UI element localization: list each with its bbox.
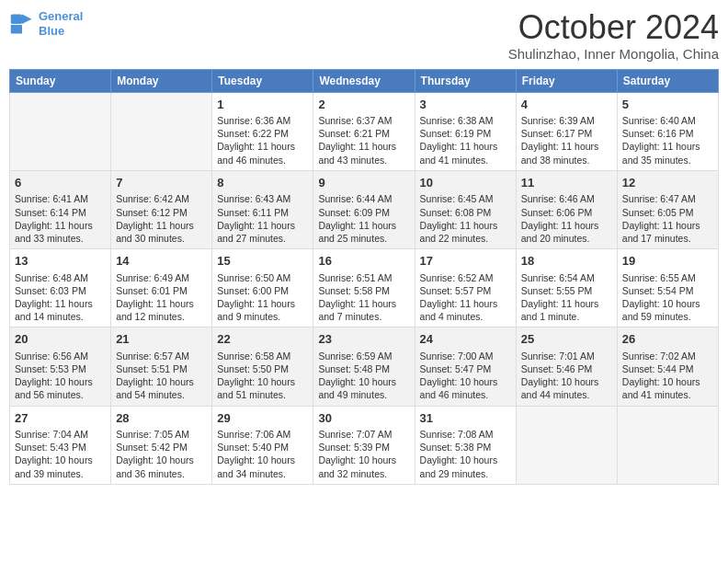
- week-row-3: 13Sunrise: 6:48 AMSunset: 6:03 PMDayligh…: [10, 249, 719, 327]
- header-thursday: Thursday: [415, 69, 516, 92]
- day-number: 16: [318, 253, 409, 270]
- title-area: October 2024 Shulinzhao, Inner Mongolia,…: [508, 9, 719, 62]
- day-number: 25: [521, 331, 612, 348]
- calendar-cell: 8Sunrise: 6:43 AMSunset: 6:11 PMDaylight…: [212, 170, 313, 248]
- week-row-4: 20Sunrise: 6:56 AMSunset: 5:53 PMDayligh…: [10, 327, 719, 406]
- day-info: Sunrise: 7:05 AMSunset: 5:42 PMDaylight:…: [116, 428, 207, 480]
- day-number: 7: [116, 175, 207, 191]
- calendar-cell: [10, 92, 111, 170]
- day-number: 11: [521, 175, 612, 191]
- day-number: 23: [318, 331, 409, 348]
- svg-rect-2: [11, 24, 22, 33]
- calendar-cell: 4Sunrise: 6:39 AMSunset: 6:17 PMDaylight…: [516, 92, 617, 170]
- page-header: General Blue October 2024 Shulinzhao, In…: [9, 9, 719, 62]
- day-info: Sunrise: 7:01 AMSunset: 5:46 PMDaylight:…: [521, 350, 612, 402]
- calendar-cell: 24Sunrise: 7:00 AMSunset: 5:47 PMDayligh…: [415, 327, 516, 406]
- day-info: Sunrise: 6:38 AMSunset: 6:19 PMDaylight:…: [420, 114, 511, 167]
- header-saturday: Saturday: [617, 69, 718, 92]
- calendar-cell: 13Sunrise: 6:48 AMSunset: 6:03 PMDayligh…: [10, 249, 111, 327]
- header-wednesday: Wednesday: [313, 69, 415, 92]
- calendar-cell: [111, 92, 212, 170]
- calendar-cell: 28Sunrise: 7:05 AMSunset: 5:42 PMDayligh…: [111, 406, 212, 484]
- week-row-1: 1Sunrise: 6:36 AMSunset: 6:22 PMDaylight…: [10, 92, 719, 170]
- day-number: 22: [217, 331, 308, 348]
- calendar-cell: [617, 406, 718, 484]
- calendar-cell: 26Sunrise: 7:02 AMSunset: 5:44 PMDayligh…: [617, 327, 718, 406]
- location-subtitle: Shulinzhao, Inner Mongolia, China: [508, 46, 719, 62]
- header-sunday: Sunday: [10, 69, 111, 92]
- day-info: Sunrise: 6:58 AMSunset: 5:50 PMDaylight:…: [217, 350, 308, 402]
- calendar-cell: 1Sunrise: 6:36 AMSunset: 6:22 PMDaylight…: [212, 92, 313, 170]
- calendar-cell: 30Sunrise: 7:07 AMSunset: 5:39 PMDayligh…: [313, 406, 415, 484]
- calendar-cell: 14Sunrise: 6:49 AMSunset: 6:01 PMDayligh…: [111, 249, 212, 327]
- header-tuesday: Tuesday: [212, 69, 313, 92]
- day-info: Sunrise: 6:45 AMSunset: 6:08 PMDaylight:…: [420, 192, 511, 245]
- day-info: Sunrise: 6:48 AMSunset: 6:03 PMDaylight:…: [15, 271, 106, 324]
- svg-rect-0: [11, 14, 22, 24]
- day-number: 15: [217, 253, 308, 270]
- day-info: Sunrise: 6:59 AMSunset: 5:48 PMDaylight:…: [318, 350, 409, 402]
- svg-marker-1: [22, 14, 32, 24]
- calendar-cell: 2Sunrise: 6:37 AMSunset: 6:21 PMDaylight…: [313, 92, 415, 170]
- week-row-2: 6Sunrise: 6:41 AMSunset: 6:14 PMDaylight…: [10, 170, 719, 248]
- calendar-cell: 10Sunrise: 6:45 AMSunset: 6:08 PMDayligh…: [415, 170, 516, 248]
- month-year-title: October 2024: [508, 9, 719, 46]
- calendar-cell: 5Sunrise: 6:40 AMSunset: 6:16 PMDaylight…: [617, 92, 718, 170]
- day-number: 20: [15, 331, 106, 348]
- day-info: Sunrise: 7:00 AMSunset: 5:47 PMDaylight:…: [420, 350, 511, 402]
- calendar-cell: 25Sunrise: 7:01 AMSunset: 5:46 PMDayligh…: [516, 327, 617, 406]
- calendar-cell: 17Sunrise: 6:52 AMSunset: 5:57 PMDayligh…: [415, 249, 516, 327]
- day-info: Sunrise: 6:49 AMSunset: 6:01 PMDaylight:…: [116, 271, 207, 324]
- calendar-cell: 20Sunrise: 6:56 AMSunset: 5:53 PMDayligh…: [10, 327, 111, 406]
- day-number: 26: [622, 331, 713, 348]
- day-number: 9: [318, 175, 409, 191]
- day-info: Sunrise: 6:51 AMSunset: 5:58 PMDaylight:…: [318, 271, 409, 324]
- calendar-table: SundayMondayTuesdayWednesdayThursdayFrid…: [9, 69, 719, 485]
- day-number: 17: [420, 253, 511, 270]
- day-info: Sunrise: 6:37 AMSunset: 6:21 PMDaylight:…: [318, 114, 409, 167]
- day-info: Sunrise: 6:52 AMSunset: 5:57 PMDaylight:…: [420, 271, 511, 324]
- day-info: Sunrise: 6:36 AMSunset: 6:22 PMDaylight:…: [217, 114, 308, 167]
- calendar-cell: 18Sunrise: 6:54 AMSunset: 5:55 PMDayligh…: [516, 249, 617, 327]
- day-info: Sunrise: 6:43 AMSunset: 6:11 PMDaylight:…: [217, 192, 308, 245]
- calendar-cell: 27Sunrise: 7:04 AMSunset: 5:43 PMDayligh…: [10, 406, 111, 484]
- calendar-cell: 15Sunrise: 6:50 AMSunset: 6:00 PMDayligh…: [212, 249, 313, 327]
- day-number: 10: [420, 175, 511, 191]
- day-number: 14: [116, 253, 207, 270]
- calendar-cell: 22Sunrise: 6:58 AMSunset: 5:50 PMDayligh…: [212, 327, 313, 406]
- calendar-cell: 16Sunrise: 6:51 AMSunset: 5:58 PMDayligh…: [313, 249, 415, 327]
- logo-blue: Blue: [39, 24, 64, 38]
- day-number: 30: [318, 410, 409, 427]
- day-number: 24: [420, 331, 511, 348]
- day-info: Sunrise: 7:08 AMSunset: 5:38 PMDaylight:…: [420, 428, 511, 480]
- calendar-cell: 31Sunrise: 7:08 AMSunset: 5:38 PMDayligh…: [415, 406, 516, 484]
- header-friday: Friday: [516, 69, 617, 92]
- calendar-cell: 3Sunrise: 6:38 AMSunset: 6:19 PMDaylight…: [415, 92, 516, 170]
- day-info: Sunrise: 6:40 AMSunset: 6:16 PMDaylight:…: [622, 114, 713, 167]
- day-number: 6: [15, 175, 106, 191]
- day-number: 2: [318, 97, 409, 113]
- day-number: 21: [116, 331, 207, 348]
- day-number: 29: [217, 410, 308, 427]
- day-info: Sunrise: 6:44 AMSunset: 6:09 PMDaylight:…: [318, 192, 409, 245]
- day-info: Sunrise: 6:57 AMSunset: 5:51 PMDaylight:…: [116, 350, 207, 402]
- day-number: 18: [521, 253, 612, 270]
- calendar-cell: 6Sunrise: 6:41 AMSunset: 6:14 PMDaylight…: [10, 170, 111, 248]
- calendar-cell: [516, 406, 617, 484]
- calendar-cell: 12Sunrise: 6:47 AMSunset: 6:05 PMDayligh…: [617, 170, 718, 248]
- calendar-cell: 11Sunrise: 6:46 AMSunset: 6:06 PMDayligh…: [516, 170, 617, 248]
- logo: General Blue: [9, 9, 83, 38]
- calendar-cell: 23Sunrise: 6:59 AMSunset: 5:48 PMDayligh…: [313, 327, 415, 406]
- calendar-cell: 29Sunrise: 7:06 AMSunset: 5:40 PMDayligh…: [212, 406, 313, 484]
- day-info: Sunrise: 6:56 AMSunset: 5:53 PMDaylight:…: [15, 350, 106, 402]
- day-info: Sunrise: 6:50 AMSunset: 6:00 PMDaylight:…: [217, 271, 308, 324]
- day-number: 4: [521, 97, 612, 113]
- header-monday: Monday: [111, 69, 212, 92]
- day-info: Sunrise: 7:02 AMSunset: 5:44 PMDaylight:…: [622, 350, 713, 402]
- day-info: Sunrise: 6:46 AMSunset: 6:06 PMDaylight:…: [521, 192, 612, 245]
- day-number: 19: [622, 253, 713, 270]
- calendar-cell: 7Sunrise: 6:42 AMSunset: 6:12 PMDaylight…: [111, 170, 212, 248]
- logo-general: General: [39, 9, 83, 23]
- day-number: 5: [622, 97, 713, 113]
- day-info: Sunrise: 6:47 AMSunset: 6:05 PMDaylight:…: [622, 192, 713, 245]
